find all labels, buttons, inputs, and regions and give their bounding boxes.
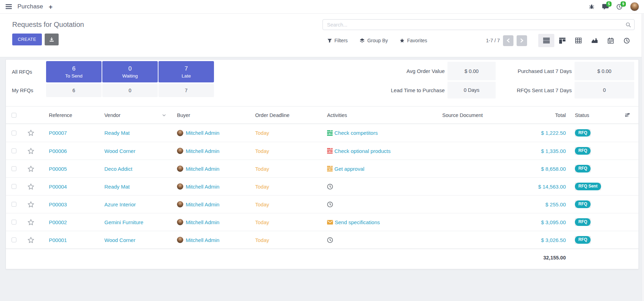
favorite-star-icon[interactable]: [22, 148, 39, 154]
table-row[interactable]: P00004 Ready Mat Mitchell Admin Today $ …: [6, 177, 638, 195]
row-checkbox[interactable]: [12, 237, 16, 242]
reference-link[interactable]: P00003: [39, 201, 99, 207]
buyer-link[interactable]: Mitchell Admin: [186, 184, 220, 190]
vendor-link[interactable]: Wood Corner: [99, 237, 171, 243]
header-vendor[interactable]: Vendor: [99, 112, 171, 118]
search-input[interactable]: [323, 19, 635, 30]
vendor-link[interactable]: Gemini Furniture: [99, 219, 171, 225]
activities-clock-icon[interactable]: 9: [616, 4, 622, 10]
table-row[interactable]: P00006 Wood Corner Mitchell Admin Today …: [6, 142, 638, 160]
pager-range[interactable]: 1-7 / 7: [486, 38, 500, 43]
row-checkbox[interactable]: [12, 202, 16, 207]
view-pivot-icon[interactable]: [570, 34, 586, 47]
select-all-checkbox[interactable]: [12, 113, 16, 118]
reference-link[interactable]: P00007: [39, 130, 99, 136]
favorite-star-icon[interactable]: [22, 201, 39, 208]
view-kanban-icon[interactable]: [554, 34, 570, 47]
tile-to-send[interactable]: 6 To Send: [46, 61, 102, 82]
vendor-link[interactable]: Wood Corner: [99, 148, 171, 154]
favorite-star-icon[interactable]: [22, 237, 39, 243]
vendor-link[interactable]: Deco Addict: [99, 166, 171, 172]
header-buyer[interactable]: Buyer: [171, 112, 250, 118]
activity-cell[interactable]: Check competitors: [321, 130, 433, 136]
favorite-star-icon[interactable]: [22, 130, 39, 136]
table-row[interactable]: P00001 Wood Corner Mitchell Admin Today …: [6, 231, 638, 249]
my-tile-late[interactable]: 7: [158, 84, 214, 97]
activity-cell[interactable]: [321, 237, 433, 243]
buyer-link[interactable]: Mitchell Admin: [186, 237, 220, 243]
filters-button[interactable]: Filters: [327, 38, 348, 43]
activity-cell[interactable]: Check optional products: [321, 148, 433, 154]
vendor-link[interactable]: Ready Mat: [99, 130, 171, 136]
kpi-rfqs-sent-7d-label: RFQs Sent Last 7 Days: [498, 82, 572, 98]
buyer-link[interactable]: Mitchell Admin: [186, 166, 220, 172]
chevron-down-icon[interactable]: [162, 114, 166, 116]
tile-waiting[interactable]: 0 Waiting: [102, 61, 158, 82]
apps-menu-icon[interactable]: [6, 4, 12, 9]
user-avatar[interactable]: [630, 2, 639, 11]
activity-cell[interactable]: [321, 184, 433, 190]
header-source-document[interactable]: Source Document: [433, 112, 524, 118]
header-status[interactable]: Status: [575, 112, 618, 118]
activity-label[interactable]: Check competitors: [334, 130, 378, 136]
activity-icons: [327, 148, 333, 154]
header-reference[interactable]: Reference: [39, 112, 99, 118]
total-column-sum: 32,155.00: [524, 255, 568, 260]
activity-label[interactable]: Send specifications: [335, 219, 380, 225]
activity-cell[interactable]: Send specifications: [321, 219, 433, 225]
table-row[interactable]: P00003 Azure Interior Mitchell Admin Tod…: [6, 195, 638, 213]
activity-label[interactable]: Get approval: [334, 166, 364, 172]
create-button[interactable]: CREATE: [12, 34, 42, 45]
my-tile-to-send[interactable]: 6: [46, 84, 102, 97]
view-graph-icon[interactable]: [586, 34, 602, 47]
buyer-link[interactable]: Mitchell Admin: [186, 148, 220, 154]
favorite-star-icon[interactable]: [22, 183, 39, 190]
favorites-button[interactable]: Favorites: [400, 38, 427, 43]
my-tile-waiting[interactable]: 0: [102, 84, 158, 97]
toggle-columns-icon[interactable]: [618, 112, 636, 118]
scrollbar[interactable]: [642, 14, 644, 301]
pager-next-button[interactable]: [517, 35, 527, 46]
tile-late[interactable]: 7 Late: [158, 61, 214, 82]
table-row[interactable]: P00002 Gemini Furniture Mitchell Admin T…: [6, 213, 638, 231]
export-button[interactable]: [45, 34, 59, 45]
search-icon[interactable]: [626, 22, 631, 28]
buyer-link[interactable]: Mitchell Admin: [186, 130, 220, 136]
row-checkbox[interactable]: [12, 184, 16, 189]
reference-link[interactable]: P00001: [39, 237, 99, 243]
table-row[interactable]: P00007 Ready Mat Mitchell Admin Today Ch…: [6, 124, 638, 142]
table-row[interactable]: P00005 Deco Addict Mitchell Admin Today …: [6, 160, 638, 177]
reference-link[interactable]: P00005: [39, 166, 99, 172]
view-calendar-icon[interactable]: [602, 34, 619, 47]
row-checkbox[interactable]: [12, 148, 16, 153]
favorite-star-icon[interactable]: [22, 219, 39, 226]
app-name[interactable]: Purchase: [17, 3, 43, 10]
reference-link[interactable]: P00004: [39, 184, 99, 190]
row-checkbox[interactable]: [12, 220, 16, 225]
reference-link[interactable]: P00006: [39, 148, 99, 154]
header-order-deadline[interactable]: Order Deadline: [250, 112, 321, 118]
buyer-link[interactable]: Mitchell Admin: [186, 201, 220, 207]
control-panel: Requests for Quotation CREATE Filters: [0, 14, 644, 57]
new-tab-button[interactable]: +: [49, 3, 52, 10]
funnel-icon: [327, 38, 332, 43]
reference-link[interactable]: P00002: [39, 219, 99, 225]
messages-icon[interactable]: 5: [602, 4, 609, 10]
buyer-link[interactable]: Mitchell Admin: [186, 219, 220, 225]
activity-label[interactable]: Check optional products: [334, 148, 391, 154]
view-activity-icon[interactable]: [619, 34, 635, 47]
group-by-button[interactable]: Group By: [360, 38, 388, 43]
row-checkbox[interactable]: [12, 131, 16, 135]
header-total[interactable]: Total: [524, 112, 568, 118]
vendor-link[interactable]: Ready Mat: [99, 184, 171, 190]
layers-icon: [360, 38, 365, 43]
header-activities[interactable]: Activities: [321, 112, 433, 118]
debug-bug-icon[interactable]: [589, 4, 594, 9]
favorite-star-icon[interactable]: [22, 166, 39, 172]
view-list-icon[interactable]: [538, 34, 554, 47]
vendor-link[interactable]: Azure Interior: [99, 201, 171, 207]
activity-cell[interactable]: Get approval: [321, 166, 433, 172]
pager-previous-button[interactable]: [503, 35, 513, 46]
activity-cell[interactable]: [321, 201, 433, 207]
row-checkbox[interactable]: [12, 166, 16, 171]
